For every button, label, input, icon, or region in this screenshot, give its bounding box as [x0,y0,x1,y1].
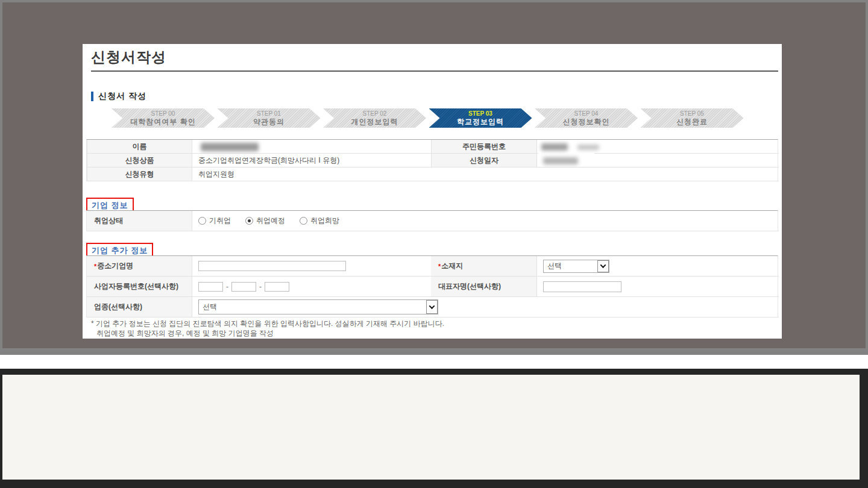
business-number-input-2[interactable] [231,282,256,292]
rrn-label: 주민등록번호 [431,140,537,154]
location-select[interactable]: 선택 [543,260,609,273]
footnotes: * 기업 추가 정보는 신청 집단의 진로탐색 의지 확인을 위한 입력사항입니… [91,319,444,338]
page-title: 신청서작성 [91,48,166,67]
name-label: 이름 [87,140,192,154]
form-section-heading: 신청서 작성 [91,91,146,102]
industry-label: 업종(선택사항) [87,297,192,318]
step-03-active: STEP 03 학교정보입력 [429,108,532,128]
step-number: STEP 02 [363,110,387,117]
business-number-input-1[interactable] [198,282,223,292]
progress-steps: STEP 00 대학참여여부 확인 STEP 01 약관동의 STEP 02 개… [112,108,747,128]
date-label: 신청일자 [431,154,537,167]
step-number: STEP 01 [257,110,281,117]
radio-option-label: 기취업 [209,216,231,226]
company-name-input[interactable] [198,261,346,271]
footer-empty-panel [2,375,860,480]
product-value: 중소기업취업연계장학금(희망사다리 Ⅰ 유형) [192,154,431,167]
step-02: STEP 02 개인정보입력 [323,108,426,128]
company-name-cell [192,256,431,277]
title-divider [91,70,778,72]
location-label: *소재지 [431,256,537,277]
required-mark: * [438,263,441,270]
radio-option-label: 취업예정 [256,216,285,226]
step-number: STEP 05 [680,110,704,117]
ceo-name-input[interactable] [543,281,621,292]
step-label: 대학참여여부 확인 [130,117,195,126]
employment-status-options: 기취업 취업예정 취업희망 [192,211,779,231]
industry-select[interactable]: 선택 [198,299,438,314]
company-name-label: *중소기업명 [87,256,192,277]
form-section-heading-label: 신청서 작성 [98,91,146,102]
step-label: 학교정보입력 [457,117,504,126]
business-number-input-3[interactable] [265,282,289,292]
footnote-line-1: * 기업 추가 정보는 신청 집단의 진로탐색 의지 확인을 위한 입력사항입니… [91,319,444,328]
type-value: 취업지원형 [192,167,779,181]
footnote-line-2: 취업예정 및 희망자의 경우, 예정 및 희망 기업명을 작성 [91,328,444,338]
employment-status-label: 취업상태 [87,211,192,231]
step-01: STEP 01 약관동의 [218,108,321,128]
footer-region [0,369,868,488]
radio-option-label: 취업희망 [310,216,339,226]
step-04: STEP 04 신청정보확인 [535,108,638,128]
location-select-value: 선택 [547,261,562,271]
heading-accent-bar [91,92,93,101]
ceo-name-label: 대표자명(선택사항) [431,277,537,297]
industry-select-value: 선택 [203,302,217,312]
application-form-card: 신청서작성 신청서 작성 STEP 00 대학참여여부 확인 STEP 01 약… [83,44,782,339]
type-label: 신청유형 [87,167,192,181]
dash-separator: - [226,283,228,291]
radio-icon[interactable] [300,217,307,225]
company-extra-table: *중소기업명 *소재지 선택 사업자등록번호(선택사항) - [86,255,778,318]
step-label: 개인정보입력 [351,117,398,126]
main-background: 신청서작성 신청서 작성 STEP 00 대학참여여부 확인 STEP 01 약… [2,2,866,348]
chevron-down-icon[interactable] [426,300,438,314]
step-number: STEP 04 [574,110,599,117]
redacted-rrn-value [577,145,599,150]
dash-separator: - [259,283,262,291]
radio-option-hoping[interactable]: 취업희망 [300,216,339,226]
applicant-info-table: 이름 주민등록번호 신청상품 중소기업취업연계장학금(희망사다리 Ⅰ 유형) 신… [86,139,778,181]
step-number: STEP 00 [151,110,175,117]
required-mark: * [94,263,96,270]
chevron-glyph [429,303,435,309]
step-05: STEP 05 신청완료 [641,108,744,128]
industry-cell: 선택 [192,297,779,318]
radio-icon[interactable] [198,217,206,225]
step-label: 신청정보확인 [563,117,610,126]
company-info-table: 취업상태 기취업 취업예정 취업희망 [86,210,778,231]
chevron-down-icon[interactable] [597,260,609,272]
radio-selected-icon[interactable] [245,217,253,225]
redacted-date-value [543,157,578,164]
location-cell: 선택 [537,256,779,277]
radio-option-expected-selected[interactable]: 취업예정 [245,216,285,226]
company-extra-section-title-text: 기업 추가 정보 [92,246,148,255]
step-label: 신청완료 [676,117,708,126]
product-label: 신청상품 [87,154,192,167]
screen: 신청서작성 신청서 작성 STEP 00 대학참여여부 확인 STEP 01 약… [0,0,868,488]
company-info-section-title-text: 기업 정보 [92,201,128,210]
redacted-name-value [201,143,259,151]
chevron-glyph [600,262,606,268]
redacted-rrn-value [541,143,568,151]
white-divider-band [0,355,868,369]
location-label-text: 소재지 [441,261,463,271]
ceo-name-cell [537,277,779,297]
business-number-cell: - - [192,277,431,297]
step-00: STEP 00 대학참여여부 확인 [112,108,215,128]
step-label: 약관동의 [253,117,285,126]
step-number: STEP 03 [468,110,492,117]
company-name-label-text: 중소기업명 [97,261,133,271]
radio-option-employed[interactable]: 기취업 [198,216,231,226]
business-number-label: 사업자등록번호(선택사항) [87,277,192,297]
